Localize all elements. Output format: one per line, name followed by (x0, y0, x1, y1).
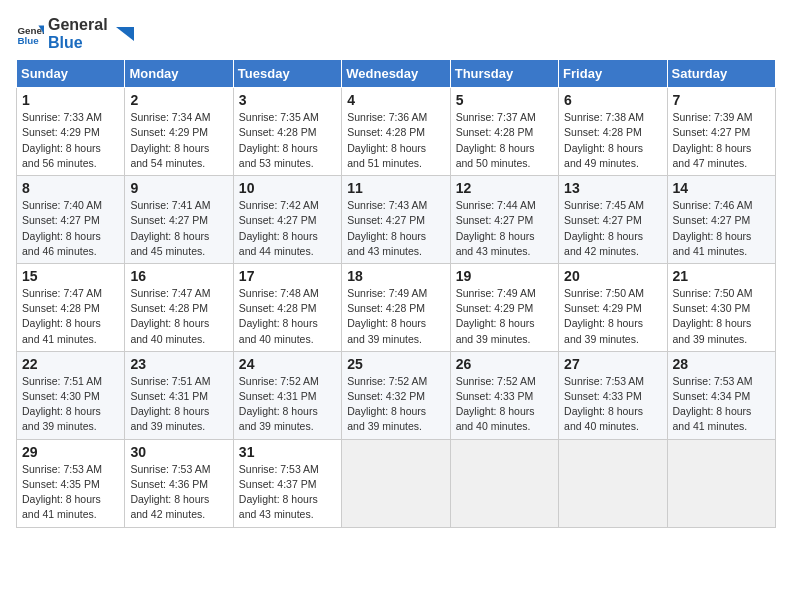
day-number: 2 (130, 92, 227, 108)
calendar-week-3: 15 Sunrise: 7:47 AM Sunset: 4:28 PM Dayl… (17, 263, 776, 351)
day-info: Sunrise: 7:43 AM Sunset: 4:27 PM Dayligh… (347, 198, 444, 259)
day-info: Sunrise: 7:36 AM Sunset: 4:28 PM Dayligh… (347, 110, 444, 171)
calendar-week-4: 22 Sunrise: 7:51 AM Sunset: 4:30 PM Dayl… (17, 351, 776, 439)
day-number: 4 (347, 92, 444, 108)
calendar-cell: 29 Sunrise: 7:53 AM Sunset: 4:35 PM Dayl… (17, 439, 125, 527)
day-number: 25 (347, 356, 444, 372)
day-info: Sunrise: 7:42 AM Sunset: 4:27 PM Dayligh… (239, 198, 336, 259)
calendar-cell: 28 Sunrise: 7:53 AM Sunset: 4:34 PM Dayl… (667, 351, 775, 439)
day-number: 7 (673, 92, 770, 108)
day-info: Sunrise: 7:50 AM Sunset: 4:30 PM Dayligh… (673, 286, 770, 347)
logo-blue: Blue (48, 34, 108, 52)
calendar-week-2: 8 Sunrise: 7:40 AM Sunset: 4:27 PM Dayli… (17, 176, 776, 264)
day-info: Sunrise: 7:53 AM Sunset: 4:33 PM Dayligh… (564, 374, 661, 435)
calendar-week-5: 29 Sunrise: 7:53 AM Sunset: 4:35 PM Dayl… (17, 439, 776, 527)
calendar-cell: 15 Sunrise: 7:47 AM Sunset: 4:28 PM Dayl… (17, 263, 125, 351)
calendar-cell: 14 Sunrise: 7:46 AM Sunset: 4:27 PM Dayl… (667, 176, 775, 264)
day-info: Sunrise: 7:53 AM Sunset: 4:36 PM Dayligh… (130, 462, 227, 523)
day-info: Sunrise: 7:44 AM Sunset: 4:27 PM Dayligh… (456, 198, 553, 259)
day-number: 11 (347, 180, 444, 196)
day-info: Sunrise: 7:51 AM Sunset: 4:30 PM Dayligh… (22, 374, 119, 435)
day-number: 18 (347, 268, 444, 284)
day-info: Sunrise: 7:53 AM Sunset: 4:37 PM Dayligh… (239, 462, 336, 523)
calendar-cell: 3 Sunrise: 7:35 AM Sunset: 4:28 PM Dayli… (233, 88, 341, 176)
day-number: 29 (22, 444, 119, 460)
day-number: 23 (130, 356, 227, 372)
calendar-cell: 7 Sunrise: 7:39 AM Sunset: 4:27 PM Dayli… (667, 88, 775, 176)
day-info: Sunrise: 7:49 AM Sunset: 4:28 PM Dayligh… (347, 286, 444, 347)
day-number: 17 (239, 268, 336, 284)
calendar-cell: 11 Sunrise: 7:43 AM Sunset: 4:27 PM Dayl… (342, 176, 450, 264)
day-number: 3 (239, 92, 336, 108)
day-info: Sunrise: 7:35 AM Sunset: 4:28 PM Dayligh… (239, 110, 336, 171)
day-number: 10 (239, 180, 336, 196)
day-info: Sunrise: 7:46 AM Sunset: 4:27 PM Dayligh… (673, 198, 770, 259)
calendar-cell: 6 Sunrise: 7:38 AM Sunset: 4:28 PM Dayli… (559, 88, 667, 176)
calendar-cell: 10 Sunrise: 7:42 AM Sunset: 4:27 PM Dayl… (233, 176, 341, 264)
day-info: Sunrise: 7:50 AM Sunset: 4:29 PM Dayligh… (564, 286, 661, 347)
day-number: 6 (564, 92, 661, 108)
day-number: 20 (564, 268, 661, 284)
day-header-saturday: Saturday (667, 60, 775, 88)
day-number: 12 (456, 180, 553, 196)
day-number: 22 (22, 356, 119, 372)
day-number: 27 (564, 356, 661, 372)
day-number: 21 (673, 268, 770, 284)
day-header-thursday: Thursday (450, 60, 558, 88)
day-header-friday: Friday (559, 60, 667, 88)
day-number: 26 (456, 356, 553, 372)
day-header-wednesday: Wednesday (342, 60, 450, 88)
day-number: 1 (22, 92, 119, 108)
calendar-cell (667, 439, 775, 527)
day-info: Sunrise: 7:53 AM Sunset: 4:34 PM Dayligh… (673, 374, 770, 435)
day-number: 14 (673, 180, 770, 196)
day-info: Sunrise: 7:52 AM Sunset: 4:33 PM Dayligh… (456, 374, 553, 435)
day-header-tuesday: Tuesday (233, 60, 341, 88)
day-number: 15 (22, 268, 119, 284)
calendar-cell: 1 Sunrise: 7:33 AM Sunset: 4:29 PM Dayli… (17, 88, 125, 176)
day-info: Sunrise: 7:38 AM Sunset: 4:28 PM Dayligh… (564, 110, 661, 171)
calendar-cell (559, 439, 667, 527)
calendar-cell (342, 439, 450, 527)
svg-text:Blue: Blue (17, 34, 39, 45)
calendar-cell: 17 Sunrise: 7:48 AM Sunset: 4:28 PM Dayl… (233, 263, 341, 351)
day-number: 8 (22, 180, 119, 196)
day-number: 24 (239, 356, 336, 372)
day-header-monday: Monday (125, 60, 233, 88)
logo-general: General (48, 16, 108, 34)
day-info: Sunrise: 7:48 AM Sunset: 4:28 PM Dayligh… (239, 286, 336, 347)
day-info: Sunrise: 7:37 AM Sunset: 4:28 PM Dayligh… (456, 110, 553, 171)
svg-marker-3 (116, 27, 134, 41)
day-info: Sunrise: 7:51 AM Sunset: 4:31 PM Dayligh… (130, 374, 227, 435)
calendar-week-1: 1 Sunrise: 7:33 AM Sunset: 4:29 PM Dayli… (17, 88, 776, 176)
calendar-cell: 27 Sunrise: 7:53 AM Sunset: 4:33 PM Dayl… (559, 351, 667, 439)
calendar-cell: 21 Sunrise: 7:50 AM Sunset: 4:30 PM Dayl… (667, 263, 775, 351)
day-number: 31 (239, 444, 336, 460)
logo-icon: General Blue (16, 20, 44, 48)
calendar-cell: 24 Sunrise: 7:52 AM Sunset: 4:31 PM Dayl… (233, 351, 341, 439)
calendar-cell: 5 Sunrise: 7:37 AM Sunset: 4:28 PM Dayli… (450, 88, 558, 176)
calendar-cell: 30 Sunrise: 7:53 AM Sunset: 4:36 PM Dayl… (125, 439, 233, 527)
day-info: Sunrise: 7:33 AM Sunset: 4:29 PM Dayligh… (22, 110, 119, 171)
day-info: Sunrise: 7:34 AM Sunset: 4:29 PM Dayligh… (130, 110, 227, 171)
calendar-table: SundayMondayTuesdayWednesdayThursdayFrid… (16, 59, 776, 527)
calendar-cell: 19 Sunrise: 7:49 AM Sunset: 4:29 PM Dayl… (450, 263, 558, 351)
calendar-header: SundayMondayTuesdayWednesdayThursdayFrid… (17, 60, 776, 88)
calendar-cell: 9 Sunrise: 7:41 AM Sunset: 4:27 PM Dayli… (125, 176, 233, 264)
calendar-cell: 26 Sunrise: 7:52 AM Sunset: 4:33 PM Dayl… (450, 351, 558, 439)
day-info: Sunrise: 7:41 AM Sunset: 4:27 PM Dayligh… (130, 198, 227, 259)
calendar-cell: 16 Sunrise: 7:47 AM Sunset: 4:28 PM Dayl… (125, 263, 233, 351)
day-info: Sunrise: 7:49 AM Sunset: 4:29 PM Dayligh… (456, 286, 553, 347)
day-header-sunday: Sunday (17, 60, 125, 88)
calendar-cell: 18 Sunrise: 7:49 AM Sunset: 4:28 PM Dayl… (342, 263, 450, 351)
day-info: Sunrise: 7:52 AM Sunset: 4:32 PM Dayligh… (347, 374, 444, 435)
day-number: 28 (673, 356, 770, 372)
day-number: 13 (564, 180, 661, 196)
day-info: Sunrise: 7:45 AM Sunset: 4:27 PM Dayligh… (564, 198, 661, 259)
day-info: Sunrise: 7:39 AM Sunset: 4:27 PM Dayligh… (673, 110, 770, 171)
calendar-cell: 22 Sunrise: 7:51 AM Sunset: 4:30 PM Dayl… (17, 351, 125, 439)
day-number: 16 (130, 268, 227, 284)
logo: General Blue General Blue (16, 16, 134, 51)
calendar-cell: 23 Sunrise: 7:51 AM Sunset: 4:31 PM Dayl… (125, 351, 233, 439)
day-info: Sunrise: 7:47 AM Sunset: 4:28 PM Dayligh… (22, 286, 119, 347)
